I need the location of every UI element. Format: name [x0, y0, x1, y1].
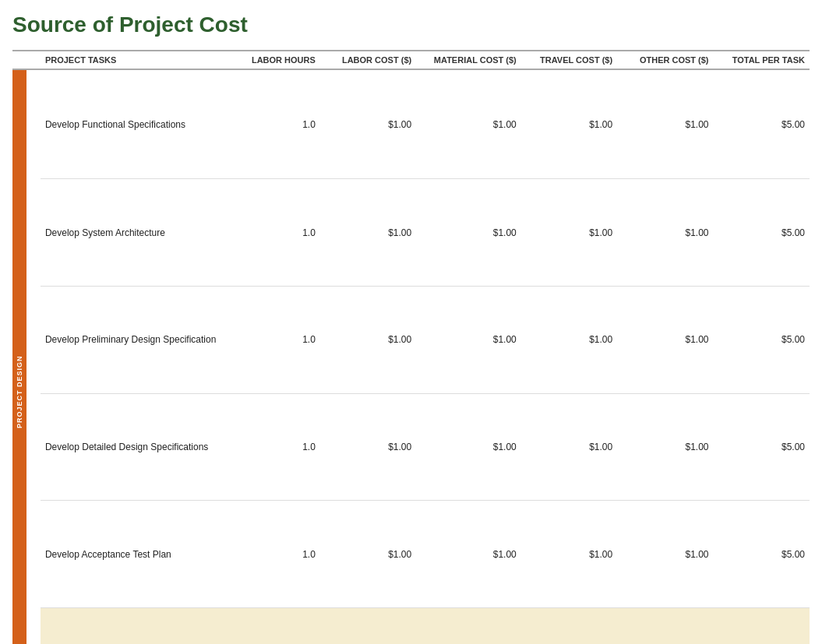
page-title: Source of Project Cost [12, 12, 810, 37]
total-cell: $5.00 [714, 179, 810, 287]
header-task: PROJECT TASKS [41, 51, 233, 69]
header-total: TOTAL PER TASK [714, 51, 810, 69]
task-name-cell: Develop Detailed Design Specifications [41, 393, 233, 501]
labor-hours-cell: 1.0 [233, 393, 320, 501]
header-material-cost: MATERIAL COST ($) [416, 51, 521, 69]
travel-cost-cell: $1.00 [521, 179, 617, 287]
task-name-cell: Develop Functional Specifications [41, 69, 233, 179]
labor-cost-cell: $1.00 [320, 393, 416, 501]
task-name-cell: Develop Acceptance Test Plan [41, 501, 233, 608]
other-cost-cell: $1.00 [617, 393, 713, 501]
task-name-cell: Develop System Architecture [41, 179, 233, 287]
header-labor-cost: LABOR COST ($) [320, 51, 416, 69]
cost-table: PROJECT TASKS LABOR HOURS LABOR COST ($)… [12, 50, 810, 644]
labor-hours-cell: 1.0 [233, 179, 320, 287]
labor-cost-cell: $1.00 [320, 287, 416, 394]
labor-hours-cell: 1.0 [233, 501, 320, 608]
section-label-0: PROJECT DESIGN [12, 69, 41, 644]
other-cost-cell: $1.00 [617, 69, 713, 179]
subtotal-travel-cost: $5.00 [521, 607, 617, 644]
other-cost-cell: $1.00 [617, 501, 713, 608]
travel-cost-cell: $1.00 [521, 393, 617, 501]
labor-hours-cell: 1.0 [233, 69, 320, 179]
subtotal-row: Subtotal5.0$5.00$5.00$5.00$5.00$25.00 [12, 607, 810, 644]
travel-cost-cell: $1.00 [521, 69, 617, 179]
table-row: Develop Preliminary Design Specification… [12, 287, 810, 394]
material-cost-cell: $1.00 [416, 69, 521, 179]
table-header: PROJECT TASKS LABOR HOURS LABOR COST ($)… [12, 51, 810, 69]
subtotal-name: Subtotal [41, 607, 233, 644]
subtotal-other-cost: $5.00 [617, 607, 713, 644]
material-cost-cell: $1.00 [416, 393, 521, 501]
task-name-cell: Develop Preliminary Design Specification [41, 287, 233, 394]
subtotal-total: $25.00 [714, 607, 810, 644]
total-cell: $5.00 [714, 393, 810, 501]
table-row: Develop System Architecture1.0$1.00$1.00… [12, 179, 810, 287]
subtotal-labor-cost: $5.00 [320, 607, 416, 644]
subtotal-labor-hours: 5.0 [233, 607, 320, 644]
travel-cost-cell: $1.00 [521, 501, 617, 608]
other-cost-cell: $1.00 [617, 287, 713, 394]
other-cost-cell: $1.00 [617, 179, 713, 287]
table-row: Develop Acceptance Test Plan1.0$1.00$1.0… [12, 501, 810, 608]
header-travel-cost: TRAVEL COST ($) [521, 51, 617, 69]
header-section [12, 51, 41, 69]
header-labor-hours: LABOR HOURS [233, 51, 320, 69]
material-cost-cell: $1.00 [416, 287, 521, 394]
material-cost-cell: $1.00 [416, 501, 521, 608]
labor-hours-cell: 1.0 [233, 287, 320, 394]
labor-cost-cell: $1.00 [320, 501, 416, 608]
total-cell: $5.00 [714, 501, 810, 608]
header-other-cost: OTHER COST ($) [617, 51, 713, 69]
material-cost-cell: $1.00 [416, 179, 521, 287]
total-cell: $5.00 [714, 69, 810, 179]
labor-cost-cell: $1.00 [320, 179, 416, 287]
table-row: Develop Detailed Design Specifications1.… [12, 393, 810, 501]
total-cell: $5.00 [714, 287, 810, 394]
travel-cost-cell: $1.00 [521, 287, 617, 394]
subtotal-material-cost: $5.00 [416, 607, 521, 644]
labor-cost-cell: $1.00 [320, 69, 416, 179]
table-row: PROJECT DESIGNDevelop Functional Specifi… [12, 69, 810, 179]
